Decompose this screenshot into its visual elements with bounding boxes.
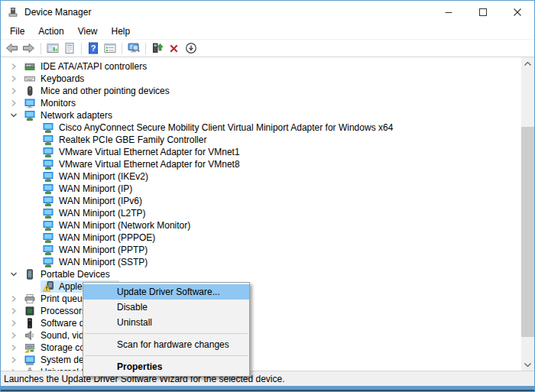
chevron-placeholder bbox=[28, 172, 41, 181]
tree-item-software-devices[interactable]: Software devices bbox=[1, 317, 521, 329]
row-body: WAN Miniport (SSTP) bbox=[41, 256, 154, 268]
maximize-icon bbox=[479, 8, 487, 16]
scroll-up-icon bbox=[524, 62, 531, 66]
uninstall-button[interactable] bbox=[166, 40, 182, 56]
tree-item-wan-miniport-ip[interactable]: WAN Miniport (IP) bbox=[1, 183, 521, 195]
tree-item-label: WAN Miniport (PPTP) bbox=[59, 245, 148, 255]
row-body: WAN Miniport (IP) bbox=[41, 183, 138, 195]
context-menu-item-update-driver-software[interactable]: Update Driver Software... bbox=[83, 284, 249, 300]
row-body: Monitors bbox=[22, 97, 82, 109]
chevron-collapsed-icon[interactable] bbox=[10, 355, 22, 364]
tree-item-ide-ata-atapi-controllers[interactable]: IDE ATA/ATAPI controllers bbox=[1, 60, 521, 73]
tree-item-wan-miniport-network-monitor[interactable]: WAN Miniport (Network Monitor) bbox=[1, 219, 521, 232]
row-body: VMware Virtual Ethernet Adapter for VMne… bbox=[41, 146, 246, 158]
tree-item-monitors[interactable]: Monitors bbox=[1, 97, 521, 109]
row-body: WAN Miniport (IKEv2) bbox=[41, 170, 154, 183]
chevron-collapsed-icon[interactable] bbox=[10, 331, 22, 340]
tree-item-label: Mice and other pointing devices bbox=[41, 86, 170, 96]
scan-hardware-button[interactable] bbox=[125, 40, 141, 56]
chevron-collapsed-icon[interactable] bbox=[10, 86, 22, 96]
menu-file[interactable]: File bbox=[3, 24, 31, 39]
scroll-up-button[interactable] bbox=[521, 57, 534, 70]
context-menu-item-properties[interactable]: Properties bbox=[83, 359, 249, 374]
chevron-collapsed-icon[interactable] bbox=[10, 319, 22, 328]
tree-item-sound-video-and-game-controllers[interactable]: Sound, video and game controllers bbox=[1, 329, 521, 342]
tree-item-mice-and-other-pointing-devices[interactable]: Mice and other pointing devices bbox=[1, 85, 521, 97]
row-body: Keyboards bbox=[22, 73, 90, 85]
tree-item-cisco-anyconnect-secure-mobility-client-virtual-miniport-adapter-for-windows-x64[interactable]: Cisco AnyConnect Secure Mobility Client … bbox=[1, 121, 521, 134]
tree-item-wan-miniport-l2tp[interactable]: WAN Miniport (L2TP) bbox=[1, 207, 521, 219]
tree-item-wan-miniport-ikev2[interactable]: WAN Miniport (IKEv2) bbox=[1, 170, 521, 183]
printer-icon bbox=[24, 293, 35, 304]
context-menu-item-scan-for-hardware-changes[interactable]: Scan for hardware changes bbox=[83, 337, 249, 352]
network-adapter-icon bbox=[43, 171, 54, 182]
minimize-button[interactable] bbox=[431, 1, 465, 24]
update-driver-button[interactable] bbox=[149, 40, 165, 56]
context-menu-item-uninstall[interactable]: Uninstall bbox=[83, 315, 249, 330]
network-adapter-icon bbox=[43, 196, 54, 206]
tree-item-label: Keyboards bbox=[41, 73, 84, 84]
tree-item-keyboards[interactable]: Keyboards bbox=[1, 73, 521, 85]
tree-item-vmware-virtual-ethernet-adapter-for-vmnet8[interactable]: VMware Virtual Ethernet Adapter for VMne… bbox=[1, 158, 521, 170]
window-controls bbox=[431, 1, 534, 24]
scroll-down-button[interactable] bbox=[521, 358, 534, 371]
show-console-tree-button[interactable] bbox=[44, 40, 60, 56]
uninstall-icon bbox=[168, 43, 180, 54]
chevron-collapsed-icon[interactable] bbox=[10, 306, 22, 316]
tree-item-print-queues[interactable]: Print queues bbox=[1, 293, 521, 305]
tree-item-system-devices[interactable]: System devices bbox=[1, 354, 521, 366]
chevron-collapsed-icon[interactable] bbox=[10, 294, 22, 303]
properties-icon bbox=[63, 42, 76, 54]
scroll-down-icon bbox=[524, 363, 531, 367]
properties-button[interactable] bbox=[61, 40, 77, 56]
tree-item-label: WAN Miniport (L2TP) bbox=[59, 208, 146, 219]
row-body: Cisco AnyConnect Secure Mobility Client … bbox=[41, 121, 399, 134]
context-menu-item-disable[interactable]: Disable bbox=[83, 300, 249, 315]
chevron-placeholder bbox=[28, 209, 41, 218]
back-button[interactable] bbox=[4, 40, 20, 56]
menu-view[interactable]: View bbox=[71, 24, 105, 39]
tree-item-portable-devices[interactable]: Portable Devices bbox=[1, 268, 521, 280]
tree-item-label: WAN Miniport (SSTP) bbox=[59, 257, 148, 267]
chevron-expanded-icon[interactable] bbox=[10, 111, 22, 120]
tree-item-wan-miniport-pptp[interactable]: WAN Miniport (PPTP) bbox=[1, 244, 521, 256]
tree-item-label: Realtek PCIe GBE Family Controller bbox=[59, 134, 206, 145]
tree-item-wan-miniport-pppoe[interactable]: WAN Miniport (PPPOE) bbox=[1, 232, 521, 244]
tree-item-wan-miniport-sstp[interactable]: WAN Miniport (SSTP) bbox=[1, 256, 521, 268]
chevron-collapsed-icon[interactable] bbox=[10, 343, 22, 352]
tree-item-apple-iphone[interactable]: Apple iPhone bbox=[1, 280, 521, 293]
chevron-collapsed-icon[interactable] bbox=[10, 74, 22, 83]
tree-item-realtek-pcie-gbe-family-controller[interactable]: Realtek PCIe GBE Family Controller bbox=[1, 134, 521, 146]
row-body: Network adapters bbox=[22, 109, 118, 121]
chevron-placeholder bbox=[28, 258, 41, 267]
chevron-expanded-icon[interactable] bbox=[10, 270, 22, 279]
row-body: Realtek PCIe GBE Family Controller bbox=[41, 134, 212, 146]
show-console-tree-icon bbox=[47, 42, 59, 54]
chevron-collapsed-icon[interactable] bbox=[10, 99, 22, 108]
tree-item-label: Portable Devices bbox=[41, 269, 110, 280]
tree-item-network-adapters[interactable]: Network adapters bbox=[1, 109, 521, 121]
network-adapter-icon bbox=[43, 208, 54, 219]
tree-item-processors[interactable]: Processors bbox=[1, 305, 521, 317]
network-adapter-icon bbox=[43, 220, 54, 231]
chevron-placeholder bbox=[28, 147, 41, 157]
menu-help[interactable]: Help bbox=[105, 24, 138, 39]
tree-item-wan-miniport-ipv6[interactable]: WAN Miniport (IPv6) bbox=[1, 195, 521, 207]
menu-action[interactable]: Action bbox=[31, 24, 70, 39]
tree-item-vmware-virtual-ethernet-adapter-for-vmnet1[interactable]: VMware Virtual Ethernet Adapter for VMne… bbox=[1, 146, 521, 158]
help-button[interactable]: ? bbox=[85, 40, 101, 56]
chevron-placeholder bbox=[28, 221, 41, 230]
maximize-button[interactable] bbox=[465, 1, 500, 24]
export-list-button[interactable] bbox=[102, 40, 118, 56]
vertical-scrollbar[interactable] bbox=[521, 57, 534, 371]
ide-controller-icon bbox=[24, 61, 35, 72]
disable-button[interactable] bbox=[183, 40, 199, 56]
close-button[interactable] bbox=[500, 1, 534, 24]
help-icon: ? bbox=[87, 42, 99, 54]
context-menu-separator bbox=[85, 333, 248, 334]
chevron-collapsed-icon[interactable] bbox=[10, 62, 22, 71]
tree-item-storage-controllers[interactable]: Storage controllers bbox=[1, 342, 521, 354]
scrollbar-thumb[interactable] bbox=[521, 127, 534, 337]
portable-device-icon bbox=[24, 269, 35, 280]
forward-button[interactable] bbox=[21, 40, 37, 56]
